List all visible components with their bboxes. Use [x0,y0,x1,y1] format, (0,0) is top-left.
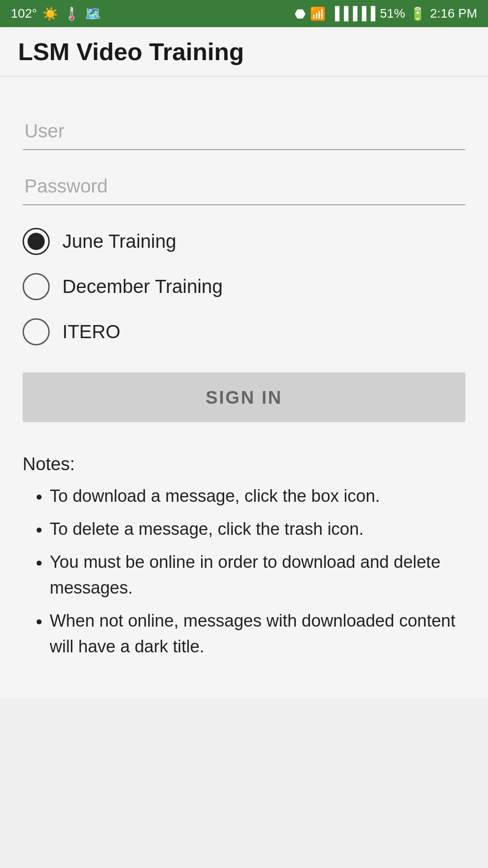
radio-group: June Training December Training ITERO [23,228,465,345]
battery-icon: 🔋 [410,6,426,21]
app-title: LSM Video Training [18,38,244,66]
status-left: 102° ☀️ 🌡️ 🗺️ [11,6,101,21]
temperature-display: 102° [11,6,37,21]
radio-option-december[interactable]: December Training [23,273,465,300]
status-right: ⬣ 📶 ▐▐▐▐▐ 51% 🔋 2:16 PM [295,6,477,21]
clock: 2:16 PM [430,6,477,21]
notes-item-4: When not online, messages with downloade… [50,608,465,660]
password-input[interactable] [23,168,465,205]
radio-option-june[interactable]: June Training [23,228,465,255]
map-icon: 🗺️ [85,6,101,21]
user-input[interactable] [23,113,465,150]
radio-label-december: December Training [62,276,223,297]
notes-item-2: To delete a message, click the trash ico… [50,516,465,542]
bluetooth-icon: ⬣ [295,6,305,21]
radio-label-june: June Training [62,231,176,252]
sun-icon: ☀️ [42,6,58,21]
radio-circle-june [23,228,50,255]
radio-circle-itero [23,318,50,345]
battery-percent: 51% [380,6,405,21]
notes-item-1: To download a message, click the box ico… [50,483,465,509]
main-content: June Training December Training ITERO SI… [0,77,488,698]
notes-item-3: You must be online in order to download … [50,549,465,601]
radio-option-itero[interactable]: ITERO [23,318,465,345]
notes-list: To download a message, click the box ico… [23,483,465,660]
password-field-group [23,168,465,205]
radio-circle-december [23,273,50,300]
app-bar: LSM Video Training [0,27,488,77]
user-field-group [23,113,465,150]
thermometer-icon: 🌡️ [64,6,80,21]
wifi-icon: 📶 [310,6,326,21]
status-bar: 102° ☀️ 🌡️ 🗺️ ⬣ 📶 ▐▐▐▐▐ 51% 🔋 2:16 PM [0,0,488,27]
radio-label-itero: ITERO [62,321,120,343]
notes-title: Notes: [23,454,465,474]
notes-section: Notes: To download a message, click the … [23,445,465,676]
sign-in-button[interactable]: SIGN IN [23,373,465,422]
signal-icon: ▐▐▐▐▐ [330,6,375,21]
